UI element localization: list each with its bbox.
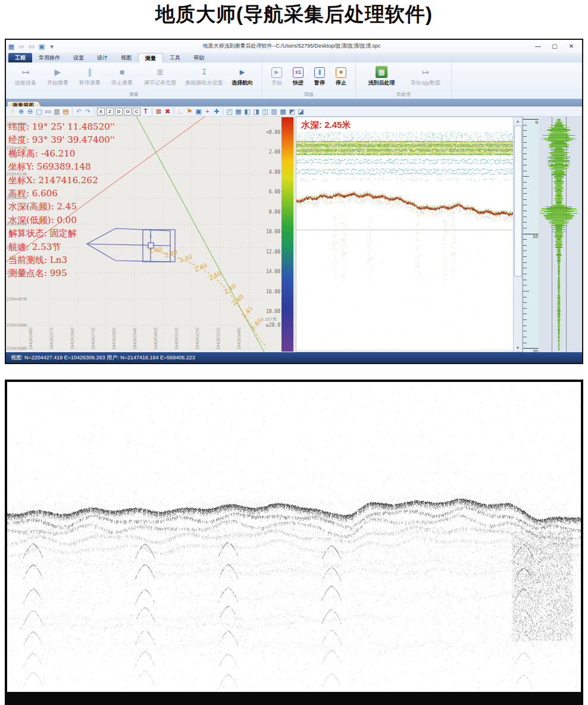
playback-pause-button[interactable]: ∥暂停 — [309, 65, 330, 87]
export-sgy-button[interactable]: ↦导出sgy数据 — [404, 65, 448, 87]
marker-z-icon[interactable]: Z — [106, 108, 114, 115]
layout-rows-icon[interactable]: ▥ — [270, 107, 279, 115]
scroll-down-icon[interactable]: ▼ — [514, 344, 522, 352]
grid-label-north: 2204434N — [7, 222, 27, 227]
tab-view[interactable]: 视图 — [114, 53, 138, 62]
ruler-tick — [523, 308, 527, 309]
grid-label-east: 10426294E — [133, 327, 137, 350]
close-button[interactable]: ✕ — [563, 40, 580, 52]
zoom-out-icon[interactable]: ⊖ — [26, 107, 35, 115]
echogram-view[interactable]: 水深: 2.45米 ▲ ▼ — [296, 117, 523, 352]
readout-line: 解算状态: 固定解 — [8, 227, 115, 240]
tab-measure[interactable]: 测量 — [138, 53, 163, 62]
signal-trace-view[interactable] — [539, 117, 581, 352]
save-view-icon[interactable]: ▣ — [194, 107, 203, 115]
layout-grid-icon[interactable]: ▦ — [234, 107, 243, 115]
ruler-tick — [523, 314, 527, 314]
open-file-icon[interactable]: ▭ — [27, 42, 36, 51]
tab-settings[interactable]: 设置 — [67, 53, 90, 62]
save-file-icon[interactable]: ▣ — [37, 42, 46, 51]
ruler-tick — [523, 262, 527, 263]
map-view[interactable]: 纬度: 19° 25' 11.48520''经度: 93° 39' 39.474… — [6, 117, 271, 352]
pan-move-icon[interactable]: ✚ — [212, 107, 221, 115]
split-view-icon[interactable]: ▥ — [52, 107, 61, 115]
stop-measure-button[interactable]: ■停止测量 — [106, 65, 138, 87]
echogram-image — [296, 117, 513, 352]
echogram-scrollbar[interactable]: ▲ ▼ — [513, 117, 522, 352]
measure-distance-icon[interactable]: ∟ — [176, 107, 185, 115]
grid-label-north: 2204471N — [7, 122, 27, 127]
layout-mosaic-icon[interactable]: ▩ — [279, 107, 287, 115]
ribbon-tab-bar: 工程常用操作设置设计视图测量工具帮助 — [6, 53, 582, 62]
connect-device-button[interactable]: ⊶连接设备 — [10, 65, 42, 87]
playback-start-icon: ▶ — [271, 67, 282, 78]
export-sgy-icon: ↦ — [420, 66, 431, 78]
playback-stop-button[interactable]: ■停止 — [330, 65, 352, 87]
playback-stop-label: 停止 — [336, 79, 346, 87]
grid-label-north: 2204407N — [7, 297, 27, 302]
minimize-button[interactable]: — — [530, 40, 546, 52]
center-target-icon[interactable]: + — [203, 107, 212, 115]
pan-hand-icon[interactable]: ☝ — [8, 107, 17, 115]
ribbon-group[interactable]: ▶开始x1快进∥暂停■停止回放 — [262, 62, 356, 99]
add-text-icon[interactable]: T — [141, 107, 150, 115]
tab-common-ops[interactable]: 常用操作 — [32, 53, 67, 62]
delete-all-markers-icon[interactable]: ✖ — [163, 107, 172, 115]
ribbon-group[interactable]: ⊶连接设备▶开始测量∥暂停测量■停止测量≣调节记录范围↧换能器吃水设置►选择航向… — [6, 62, 262, 99]
redo-icon[interactable]: ↷ — [83, 107, 92, 115]
scrollbar-thumb[interactable] — [514, 126, 522, 277]
delete-marker-icon[interactable]: ⊠ — [154, 107, 163, 115]
pause-measure-button[interactable]: ∥暂停测量 — [74, 65, 106, 87]
snapshot-icon[interactable]: ▤ — [61, 107, 70, 115]
layout-columns-icon[interactable]: ◫ — [261, 107, 270, 115]
document-tab-strip: 测量视图 — [6, 99, 582, 106]
new-file-icon[interactable]: ▱ — [17, 42, 26, 51]
marker-c-icon[interactable]: C — [133, 108, 140, 115]
ruler-tick — [523, 159, 527, 159]
scroll-up-icon[interactable]: ▲ — [514, 117, 522, 125]
ruler-tick — [523, 205, 527, 205]
layout-corner-right-icon[interactable]: ◪ — [296, 107, 305, 115]
ruler-tick — [523, 291, 529, 292]
playback-start-button[interactable]: ▶开始 — [266, 65, 287, 87]
ruler-tick — [523, 222, 527, 223]
transducer-draft-button[interactable]: ↧换能器吃水设置 — [182, 65, 226, 87]
select-heading-button[interactable]: ►选择航向 — [226, 65, 258, 87]
colorbar-label: 6.00 — [269, 189, 280, 195]
tab-design[interactable]: 设计 — [90, 53, 114, 62]
zoom-window-icon[interactable]: ▢ — [35, 107, 43, 115]
layout-corner-left-icon[interactable]: ◩ — [287, 107, 296, 115]
layout-left-icon[interactable]: ◧ — [243, 107, 252, 115]
colorbar-label: 18.00 — [266, 309, 280, 314]
maximize-button[interactable]: ▢ — [546, 40, 563, 52]
ruler-tick — [523, 268, 527, 268]
marker-o-icon[interactable]: O — [124, 108, 132, 115]
seismic-profile-figure — [5, 380, 583, 705]
quickbar-dropdown-icon[interactable]: ▾ — [48, 42, 56, 51]
grid-label-east: 10426312E — [174, 327, 179, 350]
grid-label-east: 10426285E — [112, 327, 117, 350]
undo-icon[interactable]: ↶ — [74, 107, 83, 115]
zoom-in-icon[interactable]: ⊕ — [17, 107, 26, 115]
tab-project[interactable]: 工程 — [8, 53, 32, 62]
ruler-tick — [523, 171, 527, 171]
app-logo-icon[interactable]: ▦ — [7, 42, 15, 51]
marker-x-icon[interactable]: X — [97, 108, 105, 115]
start-measure-button[interactable]: ▶开始测量 — [42, 65, 74, 87]
status-bar: 视图: N=2204427.419 E=10426309.263 用户: N=2… — [6, 352, 582, 363]
window-titlebar[interactable]: ▦▱▭▣▾ 地质大师浅剖测量后处理软件--C:/Users/52795/Desk… — [6, 40, 582, 54]
adjust-record-range-button[interactable]: ≣调节记录范围 — [138, 65, 182, 87]
fit-extent-icon[interactable]: ▭ — [43, 107, 52, 115]
add-flag-icon[interactable]: ⚑ — [185, 107, 194, 115]
layout-single-icon[interactable]: ◰ — [225, 107, 234, 115]
marker-d-icon[interactable]: D — [115, 108, 123, 115]
tab-tools[interactable]: 工具 — [163, 53, 187, 62]
sbp-postprocess-button[interactable]: ▦浅剖后处理 — [359, 65, 404, 87]
ribbon-group[interactable]: ▦浅剖后处理↦导出sgy数据后处理 — [356, 62, 452, 99]
grid-label-east: 10426331E — [216, 327, 221, 350]
playback-ffwd-button[interactable]: x1快进 — [287, 65, 309, 87]
layout-right-icon[interactable]: ◨ — [252, 107, 261, 115]
stop-measure-label: 停止测量 — [111, 79, 133, 87]
seismic-profile-image — [7, 382, 581, 703]
tab-help[interactable]: 帮助 — [187, 53, 211, 62]
